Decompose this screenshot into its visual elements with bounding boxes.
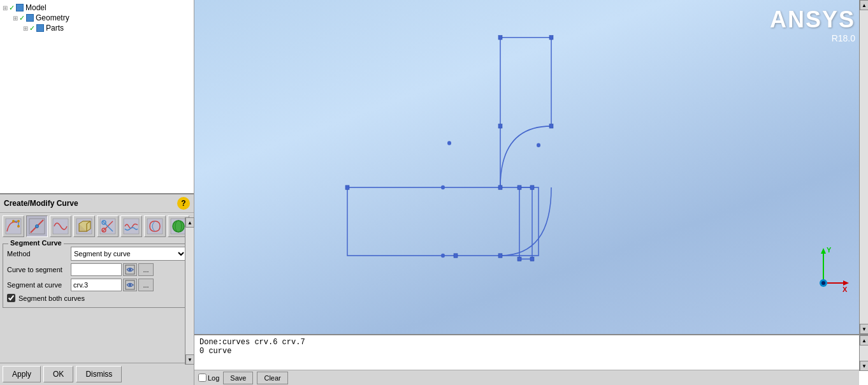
svg-point-41	[441, 185, 445, 189]
console-scroll-up-btn[interactable]: ▲	[860, 335, 868, 345]
tool-arc-btn[interactable]	[3, 215, 24, 237]
svg-text:Y: Y	[827, 246, 832, 254]
viewport[interactable]: ANSYS R18.0	[194, 0, 868, 334]
svg-point-42	[441, 254, 445, 258]
viewport-scroll-up-btn[interactable]: ▲	[860, 0, 868, 10]
segment-curve-section: Segment Curve Method Segment by curve Cu…	[3, 243, 191, 308]
svg-rect-35	[549, 124, 553, 128]
segment-at-curve-row: Segment at curve ...	[7, 279, 187, 291]
console-line-1: Done:curves crv.6 crv.7	[199, 338, 863, 347]
method-label: Method	[7, 250, 71, 258]
curve-tools-area: Create/Modify Curve ?	[0, 194, 194, 385]
svg-rect-30	[498, 185, 502, 189]
svg-point-43	[537, 143, 540, 147]
svg-point-2	[17, 220, 20, 222]
segment-select-icon[interactable]	[123, 279, 137, 291]
svg-rect-21	[347, 187, 539, 256]
tree-area: ⊞ ✓ Model ⊞ ✓ Geometry ⊞ ✓ Parts	[0, 0, 194, 194]
svg-point-44	[447, 141, 451, 145]
tree-label-model: Model	[25, 3, 47, 12]
action-buttons-row: Apply OK Dismiss	[0, 363, 185, 385]
segment-both-label: Segment both curves	[18, 294, 85, 302]
console-area: Done:curves crv.6 crv.7 0 curve ▲ ▼ Log …	[194, 334, 868, 385]
panel-scrollbar: ▲ ▼	[185, 217, 194, 365]
curve-to-segment-input[interactable]	[71, 263, 122, 276]
left-panel: ⊞ ✓ Model ⊞ ✓ Geometry ⊞ ✓ Parts Cre	[0, 0, 194, 385]
tool-3d-btn[interactable]	[73, 215, 95, 237]
svg-rect-33	[498, 36, 502, 40]
svg-rect-37	[517, 185, 521, 189]
tools-icons-row	[0, 213, 194, 240]
log-label: Log	[208, 374, 219, 382]
tree-label-geometry: Geometry	[36, 13, 69, 22]
apply-button[interactable]: Apply	[3, 366, 41, 382]
tree-item-geometry[interactable]: ⊞ ✓ Geometry	[13, 13, 191, 23]
svg-point-1	[12, 220, 15, 222]
curve-select-icon[interactable]	[123, 263, 137, 276]
log-checkbox-label: Log	[198, 374, 219, 382]
axis-widget: Y X	[798, 245, 849, 296]
clear-button[interactable]: Clear	[257, 372, 287, 384]
segment-both-checkbox[interactable]	[7, 294, 15, 302]
svg-point-5	[36, 225, 39, 228]
svg-point-15	[173, 221, 184, 232]
ok-button[interactable]: OK	[43, 366, 73, 382]
segment-at-curve-input[interactable]	[71, 279, 122, 291]
save-button[interactable]: Save	[223, 372, 253, 384]
tree-label-parts: Parts	[46, 24, 64, 33]
svg-rect-39	[517, 257, 521, 261]
svg-rect-38	[530, 185, 534, 189]
method-select[interactable]: Segment by curve	[71, 247, 187, 261]
log-checkbox[interactable]	[198, 374, 206, 382]
svg-rect-32	[454, 254, 458, 258]
tree-item-model[interactable]: ⊞ ✓ Model	[3, 3, 191, 13]
segment-both-row: Segment both curves	[7, 294, 187, 302]
console-scroll-down-btn[interactable]: ▼	[860, 361, 868, 371]
svg-point-52	[821, 281, 825, 285]
panel-scroll-down-btn[interactable]: ▼	[185, 354, 194, 365]
console-scrollbar: ▲ ▼	[859, 335, 868, 371]
curve-drawing	[194, 0, 868, 334]
svg-marker-49	[843, 280, 849, 286]
panel-scroll-up-btn[interactable]: ▲	[185, 217, 194, 228]
curve-to-segment-row: Curve to segment ...	[7, 263, 187, 276]
tree-item-parts[interactable]: ⊞ ✓ Parts	[23, 23, 191, 33]
svg-rect-29	[345, 185, 349, 189]
svg-point-3	[17, 225, 20, 228]
viewport-scroll-down-btn[interactable]: ▼	[860, 324, 868, 334]
svg-rect-34	[549, 36, 553, 40]
panel-header: Create/Modify Curve ?	[0, 194, 194, 213]
svg-rect-40	[530, 257, 534, 261]
svg-text:X: X	[843, 286, 848, 293]
segment-curve-legend: Segment Curve	[8, 239, 64, 247]
dismiss-button[interactable]: Dismiss	[76, 366, 122, 382]
tool-wave2-btn[interactable]	[120, 215, 142, 237]
method-row: Method Segment by curve	[7, 247, 187, 261]
curve-segment-dots-btn[interactable]: ...	[138, 263, 154, 276]
segment-curve-dots-btn[interactable]: ...	[138, 279, 154, 291]
console-line-2: 0 curve	[199, 347, 863, 356]
svg-rect-12	[124, 219, 139, 234]
panel-title: Create/Modify Curve	[4, 199, 78, 208]
svg-point-20	[129, 284, 131, 286]
tool-cut-btn[interactable]	[97, 215, 119, 237]
tool-wave-btn[interactable]	[50, 215, 71, 237]
svg-rect-36	[498, 124, 502, 128]
viewport-scrollbar: ▲ ▼	[859, 0, 868, 334]
svg-marker-46	[821, 248, 826, 254]
segment-at-curve-label: Segment at curve	[7, 281, 71, 289]
console-buttons-row: Log Save Clear	[194, 370, 859, 385]
svg-rect-31	[498, 254, 502, 258]
right-area: ANSYS R18.0	[194, 0, 868, 385]
tool-segment-btn[interactable]	[26, 215, 48, 237]
help-icon[interactable]: ?	[177, 197, 190, 210]
svg-point-18	[129, 268, 131, 271]
tool-leaf-btn[interactable]	[144, 215, 166, 237]
curve-to-segment-label: Curve to segment	[7, 266, 71, 273]
